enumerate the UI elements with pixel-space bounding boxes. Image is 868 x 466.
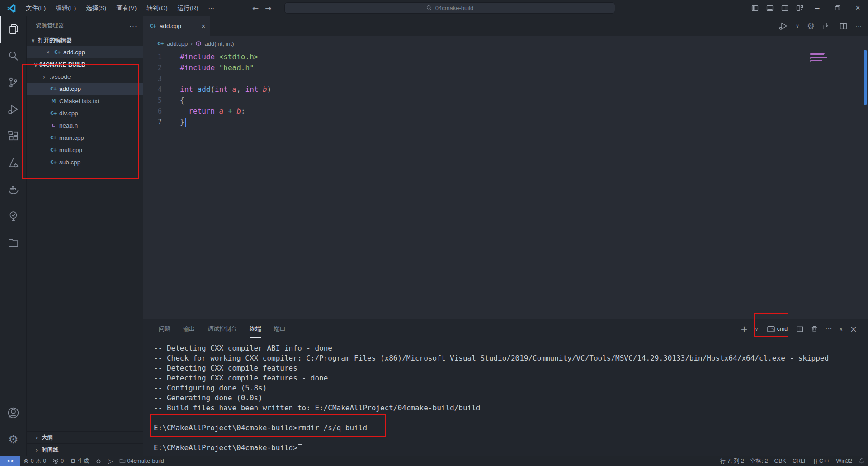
cursor-position-status[interactable]: 行 7, 列 2 (717, 456, 747, 466)
tab-terminal[interactable]: 终端 (243, 319, 268, 339)
problems-status[interactable]: ⊗ 0 ⚠ 0 (20, 456, 49, 466)
svg-text:C:\: C:\ (769, 328, 774, 331)
open-editor-add-cpp[interactable]: × C+ add.cpp (27, 46, 143, 58)
symbol-method-icon (195, 40, 202, 47)
terminal-instance-cmd[interactable]: C:\ cmd (765, 324, 790, 334)
tree-item-head-h[interactable]: Chead.h (27, 119, 143, 132)
split-terminal-icon[interactable] (796, 325, 804, 333)
minimap[interactable] (810, 53, 851, 62)
restore-button[interactable] (827, 0, 848, 16)
split-editor-icon[interactable] (839, 22, 848, 30)
line-number: 5 (143, 95, 170, 106)
file-name: sub.cpp (59, 159, 80, 166)
menu-selection[interactable]: 选择(S) (81, 0, 111, 16)
docker-icon[interactable] (0, 176, 27, 203)
tree-item-add-cpp[interactable]: C+add.cpp (27, 83, 143, 95)
cmake-launch-button[interactable]: ▷ (105, 456, 116, 466)
eol-status[interactable]: CRLF (789, 456, 811, 466)
tree-item-mult-cpp[interactable]: C+mult.cpp (27, 144, 143, 156)
account-icon[interactable] (0, 399, 27, 426)
code-line-2: 2#include "head.h" (143, 62, 868, 73)
menu-file[interactable]: 文件(F) (21, 0, 51, 16)
indentation-status[interactable]: 空格: 2 (747, 456, 771, 466)
chevron-right-icon: › (41, 73, 47, 81)
cmake-debug-button[interactable] (92, 456, 105, 466)
open-editors-section[interactable]: ∨ 打开的编辑器 (27, 35, 143, 46)
settings-gear-icon[interactable]: ⚙ (0, 426, 27, 453)
root-folder-row[interactable]: ∨ 04CMAKE-BUILD (27, 58, 143, 71)
tab-debug-console[interactable]: 调试控制台 (201, 319, 243, 339)
explorer-icon[interactable] (0, 16, 27, 43)
platform-status[interactable]: Win32 (833, 456, 855, 466)
tree-item-main-cpp[interactable]: C+main.cpp (27, 132, 143, 144)
terminal-output[interactable]: -- Detecting CXX compiler ABI info - don… (143, 339, 868, 456)
debug-run-icon[interactable] (778, 21, 788, 31)
vscode-logo-icon (6, 3, 16, 13)
terminal-dropdown-chevron-icon[interactable]: ∨ (755, 326, 759, 332)
run-dropdown-chevron-icon[interactable]: ∨ (796, 23, 799, 29)
language-mode-status[interactable]: {} C++ (811, 456, 833, 466)
outline-section[interactable]: › 大纲 (27, 431, 143, 443)
kill-terminal-icon[interactable] (811, 325, 818, 333)
close-tab-icon[interactable]: × (202, 23, 205, 30)
remote-indicator[interactable]: >< (0, 456, 20, 466)
menu-more-icon[interactable]: ··· (203, 0, 220, 16)
minimap-line (810, 53, 825, 54)
menu-view[interactable]: 查看(V) (111, 0, 142, 16)
source-control-icon[interactable] (0, 69, 27, 96)
minimize-button[interactable]: ─ (807, 0, 827, 16)
chevron-down-icon: ∨ (32, 61, 39, 68)
tab-ports[interactable]: 端口 (268, 319, 292, 339)
terminal-line: -- Generating done (0.0s) (154, 393, 868, 403)
new-terminal-icon[interactable]: + (741, 323, 748, 334)
panel-more-actions-icon[interactable]: ··· (825, 325, 832, 333)
tree-item-cmakelists-txt[interactable]: MCMakeLists.txt (27, 95, 143, 107)
close-editor-icon[interactable]: × (44, 49, 52, 56)
close-window-button[interactable]: × (848, 0, 868, 16)
notifications-bell[interactable] (855, 456, 868, 466)
editor-more-actions-icon[interactable]: ··· (855, 23, 862, 30)
cmake-tools-icon[interactable] (0, 149, 27, 176)
test-tree-icon[interactable] (0, 203, 27, 229)
menu-goto[interactable]: 转到(G) (142, 0, 173, 16)
menu-edit[interactable]: 编辑(E) (51, 0, 81, 16)
tab-add-cpp[interactable]: C+ add.cpp × (143, 16, 210, 36)
breadcrumb: C+ add.cpp › add(int, int) (143, 36, 868, 51)
search-icon[interactable] (0, 43, 27, 69)
maximize-panel-icon[interactable]: ∧ (839, 326, 844, 333)
ports-status[interactable]: 0 (49, 456, 67, 466)
toggle-secondary-sidebar-icon[interactable] (777, 0, 792, 16)
breadcrumb-symbol[interactable]: add(int, int) (204, 40, 234, 47)
encoding-status[interactable]: GBK (771, 456, 789, 466)
explorer-more-actions-icon[interactable]: ··· (129, 22, 137, 29)
tree-item-div-cpp[interactable]: C+div.cpp (27, 107, 143, 119)
active-folder-status[interactable]: 04cmake-build (116, 456, 167, 466)
nav-forward-icon[interactable]: → (265, 4, 271, 13)
build-target-icon[interactable] (822, 22, 831, 31)
editor-scrollbar[interactable] (864, 50, 867, 105)
timeline-section[interactable]: › 时间线 (27, 443, 143, 456)
menu-run[interactable]: 运行(R) (173, 0, 203, 16)
code-line-4: 4int add(int a, int b) (143, 84, 868, 95)
chevron-right-icon: › (33, 447, 40, 453)
terminal-cursor (298, 444, 302, 452)
customize-layout-icon[interactable] (792, 0, 807, 16)
nav-back-icon[interactable]: ← (252, 4, 259, 13)
explorer-sidebar: 资源管理器 ··· ∨ 打开的编辑器 × C+ add.cpp ∨ 04CMAK… (27, 16, 143, 456)
toggle-panel-icon[interactable] (762, 0, 777, 16)
run-debug-icon[interactable] (0, 96, 27, 123)
tab-output[interactable]: 输出 (177, 319, 201, 339)
tree-item--vscode[interactable]: ›.vscode (27, 71, 143, 83)
settings-gear-icon[interactable]: ⚙ (807, 22, 815, 30)
tree-item-sub-cpp[interactable]: C+sub.cpp (27, 156, 143, 168)
close-panel-icon[interactable]: × (850, 324, 857, 334)
project-manager-icon[interactable] (0, 229, 27, 256)
command-center-search[interactable]: 04cmake-build (284, 2, 615, 14)
toggle-sidebar-icon[interactable] (747, 0, 762, 16)
search-icon (426, 5, 432, 11)
tab-problems[interactable]: 问题 (152, 319, 177, 339)
extensions-icon[interactable] (0, 123, 27, 149)
cpp-file-icon: C+ (50, 86, 57, 91)
breadcrumb-file[interactable]: add.cpp (167, 40, 188, 47)
cmake-build-button[interactable]: ⚙ 生成 (67, 456, 92, 466)
